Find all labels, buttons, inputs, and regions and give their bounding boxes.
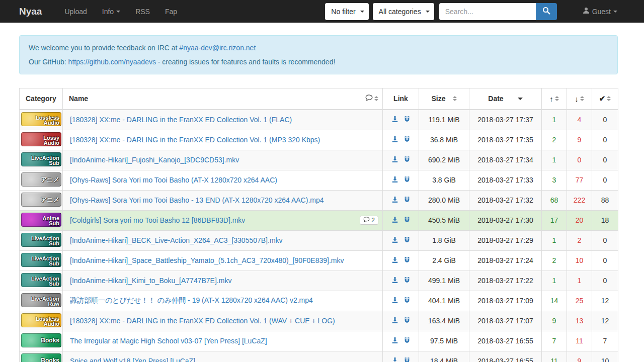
- irc-link[interactable]: #nyaa-dev@irc.rizon.net: [179, 44, 256, 52]
- download-icon[interactable]: [391, 156, 398, 163]
- category-icon[interactable]: アニメ: [21, 172, 61, 187]
- comments-badge[interactable]: 2: [360, 216, 378, 225]
- table-row: Books The Irregular at Magic High School…: [20, 331, 618, 351]
- magnet-icon[interactable]: [404, 297, 411, 304]
- size-cell: 97.5 MiB: [419, 331, 469, 351]
- search-button[interactable]: [536, 3, 557, 20]
- link-cell: [383, 110, 419, 130]
- header-date[interactable]: Date: [469, 88, 542, 110]
- torrent-name-link[interactable]: [Ohys-Raws] Sora Yori mo Tooi Basho - 13…: [70, 196, 378, 204]
- magnet-icon[interactable]: [404, 256, 411, 263]
- download-icon[interactable]: [391, 317, 398, 324]
- torrent-name-link[interactable]: [Ohys-Raws] Sora Yori mo Tooi Basho (AT-…: [70, 176, 378, 184]
- nav-item-info[interactable]: Info: [95, 0, 128, 23]
- chevron-down-icon: [613, 11, 617, 13]
- link-cell: [383, 351, 419, 362]
- torrent-name-link[interactable]: 諏訪部順一のとびだせ！！ のみ仲間 - 19 (AT-X 644x362 x2…: [70, 296, 378, 305]
- user-menu[interactable]: Guest: [575, 0, 625, 23]
- torrent-name-link[interactable]: [180328] XX:me - DARLING in the FranXX E…: [70, 136, 378, 144]
- table-row: アニメ [Ohys-Raws] Sora Yori mo Tooi Basho …: [20, 170, 618, 190]
- torrent-name-link[interactable]: [IndoAnime-Hikari]_BECK_Live-Action_X264…: [70, 236, 378, 244]
- alert-line-github: Our GitHub: https://github.com/nyaadevs …: [29, 57, 608, 66]
- download-icon[interactable]: [391, 116, 398, 123]
- torrent-name-link[interactable]: [180328] XX:me - DARLING in the FranXX E…: [70, 317, 378, 325]
- download-icon[interactable]: [391, 297, 398, 304]
- category-icon[interactable]: LiveActionSub: [21, 273, 61, 287]
- category-icon[interactable]: LiveActionSub: [21, 253, 61, 267]
- chevron-down-icon: [116, 11, 120, 13]
- torrent-name-link[interactable]: [Coldgirls] Sora yori mo Tooi Basho 12 […: [70, 216, 357, 224]
- link-cell: [383, 291, 419, 311]
- category-icon[interactable]: LiveActionSub: [21, 152, 61, 166]
- category-icon[interactable]: LossyAudio: [21, 132, 61, 146]
- table-row: LosslessAudio [180328] XX:me - DARLING i…: [20, 311, 618, 331]
- link-cell: [383, 331, 419, 351]
- category-icon[interactable]: Books: [21, 333, 61, 347]
- magnet-icon[interactable]: [404, 337, 411, 344]
- search-input[interactable]: [439, 3, 536, 20]
- download-icon[interactable]: [391, 176, 398, 183]
- category-select[interactable]: All categories: [373, 3, 434, 20]
- nav-item-fap[interactable]: Fap: [157, 0, 185, 23]
- download-icon[interactable]: [391, 256, 398, 263]
- name-cell: [IndoAnime-Hikari]_Space_Battleship_Yama…: [63, 250, 383, 270]
- sort-icon: [580, 96, 584, 101]
- table-row: LossyAudio [180328] XX:me - DARLING in t…: [20, 130, 618, 150]
- magnet-icon[interactable]: [404, 156, 411, 163]
- github-link[interactable]: https://github.com/nyaadevs: [68, 58, 156, 66]
- seeders-cell: 14: [542, 291, 567, 311]
- category-cell: AnimeSub: [20, 210, 63, 230]
- completed-cell: 0: [592, 170, 618, 190]
- download-icon[interactable]: [391, 277, 398, 284]
- table-header-row: Category Name Link S: [20, 88, 618, 110]
- table-row: アニメ [Ohys-Raws] Sora Yori mo Tooi Basho …: [20, 190, 618, 210]
- completed-cell: 0: [592, 130, 618, 150]
- magnet-icon[interactable]: [404, 176, 411, 183]
- header-size[interactable]: Size: [419, 88, 469, 110]
- header-category[interactable]: Category: [20, 88, 63, 110]
- size-cell: 2.4 GiB: [419, 250, 469, 270]
- alert-line-irc: We welcome you to provide feedback on IR…: [29, 43, 608, 52]
- magnet-icon[interactable]: [404, 116, 411, 123]
- download-icon[interactable]: [391, 236, 398, 243]
- link-cell: [383, 250, 419, 270]
- torrent-name-link[interactable]: [IndoAnime-Hikari]_Kimi_to_Boku_[A7747B7…: [70, 277, 378, 285]
- magnet-icon[interactable]: [404, 317, 411, 324]
- size-cell: 690.2 MiB: [419, 150, 469, 170]
- nav-item-rss[interactable]: RSS: [128, 0, 157, 23]
- category-icon[interactable]: LiveActionSub: [21, 233, 61, 247]
- magnet-icon[interactable]: [404, 357, 411, 362]
- filter-select[interactable]: No filter: [325, 3, 368, 20]
- magnet-icon[interactable]: [404, 196, 411, 203]
- header-completed[interactable]: ✔: [592, 88, 618, 110]
- category-icon[interactable]: アニメ: [21, 193, 61, 207]
- nav-item-upload[interactable]: Upload: [57, 0, 94, 23]
- category-icon[interactable]: LosslessAudio: [21, 313, 61, 327]
- header-name[interactable]: Name: [63, 88, 383, 110]
- torrent-name-link[interactable]: [IndoAnime-Hikari]_Fujoshi_Kanojo_[3DC9C…: [70, 156, 378, 164]
- torrent-name-link[interactable]: Spice and Wolf v18 [Yen Press] [LuCaZ]: [70, 357, 378, 362]
- category-icon[interactable]: LosslessAudio: [21, 112, 61, 126]
- magnet-icon[interactable]: [404, 216, 411, 223]
- header-seeders[interactable]: ↑: [542, 88, 567, 110]
- magnet-icon[interactable]: [404, 236, 411, 243]
- torrent-name-link[interactable]: [180328] XX:me - DARLING in the FranXX E…: [70, 116, 378, 124]
- header-leechers[interactable]: ↓: [567, 88, 592, 110]
- category-icon[interactable]: Books: [21, 353, 61, 362]
- date-cell: 2018-03-27 17:07: [469, 311, 542, 331]
- leechers-cell: 77: [567, 170, 592, 190]
- category-icon[interactable]: LiveActionRaw: [21, 293, 61, 307]
- magnet-icon[interactable]: [404, 136, 411, 143]
- category-icon[interactable]: AnimeSub: [21, 213, 61, 227]
- download-icon[interactable]: [391, 337, 398, 344]
- torrent-name-link[interactable]: The Irregular at Magic High School v03-0…: [70, 337, 378, 345]
- download-icon[interactable]: [391, 216, 398, 223]
- download-icon[interactable]: [391, 136, 398, 143]
- download-icon[interactable]: [391, 196, 398, 203]
- download-icon[interactable]: [391, 357, 398, 362]
- brand-link[interactable]: Nyaa: [19, 6, 42, 17]
- magnet-icon[interactable]: [404, 277, 411, 284]
- seeders-cell: 11: [542, 351, 567, 362]
- torrent-name-link[interactable]: [IndoAnime-Hikari]_Space_Battleship_Yama…: [70, 256, 378, 264]
- category-cell: アニメ: [20, 190, 63, 210]
